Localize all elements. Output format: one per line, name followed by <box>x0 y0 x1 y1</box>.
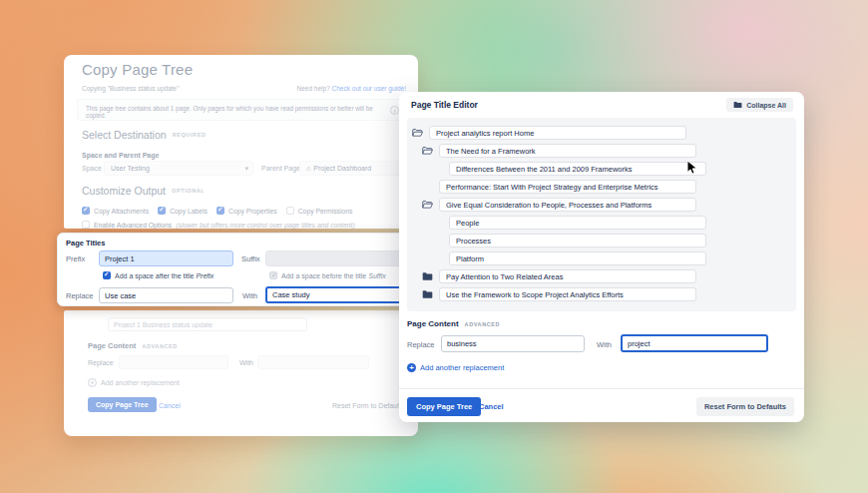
reset-form-button[interactable]: Reset Form to Defaults <box>332 402 404 409</box>
folder-closed-icon[interactable] <box>422 289 433 299</box>
prefix-label: Prefix <box>66 254 85 263</box>
copy-page-tree-dialog-bottom: Page Content ADVANCED Replace With + Add… <box>64 310 418 436</box>
page-title-input[interactable] <box>439 269 696 283</box>
copying-subtitle: Copying "Business status update" <box>82 85 179 92</box>
titles-replace-label: Replace <box>66 291 94 300</box>
required-tag: REQUIRED <box>173 132 207 138</box>
copy-page-tree-button[interactable]: Copy Page Tree <box>88 397 157 412</box>
page-title-input[interactable] <box>429 126 686 140</box>
copy-labels-checkbox[interactable] <box>158 207 166 215</box>
suffix-input[interactable] <box>265 250 411 266</box>
page-titles-panel: Page Titles Prefix Suffix Add a space af… <box>57 233 412 306</box>
parent-page-label: Parent Page <box>261 165 300 172</box>
titles-with-input[interactable] <box>265 286 411 303</box>
copy-attachments-label: Copy Attachments <box>94 208 149 215</box>
enable-advanced-options-checkbox[interactable] <box>82 221 90 229</box>
collapse-all-label: Collapse All <box>746 102 786 109</box>
page-title: Copy Page Tree <box>82 61 193 78</box>
suffix-space-checkbox[interactable] <box>269 271 277 279</box>
space-select-value: User Testing <box>111 165 150 172</box>
title-preview-input[interactable] <box>108 317 307 331</box>
page-title-editor-panel: Page Title Editor Collapse All <box>399 92 804 422</box>
copy-permissions-label: Copy Permissions <box>298 208 353 215</box>
need-help-text: Need help? <box>297 85 330 92</box>
editor-add-replacement-link[interactable]: Add another replacement <box>420 363 504 372</box>
page-title-input[interactable] <box>439 287 696 301</box>
page-title-input[interactable] <box>439 198 696 212</box>
info-icon[interactable]: i <box>390 106 399 115</box>
titles-with-label: With <box>242 291 257 300</box>
page-titles-heading: Page Titles <box>66 239 105 247</box>
editor-with-input[interactable] <box>621 334 768 352</box>
suffix-space-label: Add a space before the title <box>281 272 366 279</box>
space-parent-group-label: Space and Parent Page <box>82 152 159 159</box>
suffix-label: Suffix <box>241 254 260 263</box>
space-select[interactable]: User Testing ▾ <box>104 161 253 176</box>
copy-permissions-checkbox[interactable] <box>286 207 294 215</box>
editor-copy-page-tree-button[interactable]: Copy Page Tree <box>407 397 481 416</box>
tree-row <box>407 142 796 160</box>
editor-with-label: With <box>597 340 612 349</box>
page-title-input[interactable] <box>439 180 696 194</box>
tree-row <box>407 267 796 285</box>
with-label: With <box>239 359 253 366</box>
page-title-input[interactable] <box>449 162 706 176</box>
editor-cancel-button[interactable]: Cancel <box>479 402 504 411</box>
editor-page-content-heading: Page Content <box>407 319 459 328</box>
page-title-input[interactable] <box>449 251 706 265</box>
replace-label: Replace <box>88 359 114 366</box>
content-with-input[interactable] <box>257 355 369 369</box>
editor-replace-input[interactable] <box>441 335 585 352</box>
tree-row <box>407 160 796 178</box>
info-banner: This page tree contains about 1 page. On… <box>77 99 406 121</box>
chevron-down-icon: ▾ <box>244 165 248 172</box>
folder-closed-icon <box>733 101 742 109</box>
copy-page-tree-dialog-top: Copy Page Tree Copying "Business status … <box>64 55 418 229</box>
banner-text: This page tree contains about 1 page. On… <box>86 105 373 119</box>
optional-tag: OPTIONAL <box>172 188 205 194</box>
select-destination-heading: Select Destination <box>82 129 167 141</box>
folder-closed-icon[interactable] <box>422 271 433 281</box>
space-label: Space <box>82 165 102 172</box>
prefix-space-label: Add a space after the title <box>115 272 194 279</box>
user-guide-link[interactable]: Check out our user guide! <box>332 85 406 92</box>
folder-open-icon[interactable] <box>422 200 433 210</box>
advanced-tag: ADVANCED <box>142 343 178 349</box>
folder-open-icon[interactable] <box>412 128 423 138</box>
tree-row <box>407 214 796 232</box>
copy-properties-label: Copy Properties <box>228 208 277 215</box>
prefix-input[interactable] <box>99 250 233 266</box>
page-title-input[interactable] <box>449 216 706 230</box>
folder-open-icon[interactable] <box>422 146 433 156</box>
page-title-input[interactable] <box>449 234 706 247</box>
collapse-all-button[interactable]: Collapse All <box>726 98 793 112</box>
copy-labels-label: Copy Labels <box>170 208 208 215</box>
editor-advanced-tag: ADVANCED <box>465 321 501 327</box>
page-title-tree <box>407 118 796 311</box>
titles-replace-input[interactable] <box>99 287 233 303</box>
plus-icon: + <box>88 378 97 387</box>
plus-icon: + <box>407 363 416 372</box>
page-content-heading: Page Content <box>88 341 136 350</box>
page-title-input[interactable] <box>439 144 696 158</box>
tree-row <box>407 124 796 142</box>
prefix-space-checkbox[interactable] <box>103 271 111 279</box>
copy-properties-checkbox[interactable] <box>217 207 224 215</box>
suffix-space-label-em: Suffix <box>368 272 386 279</box>
marketing-background: Copy Page Tree Copying "Business status … <box>0 0 868 493</box>
copy-attachments-checkbox[interactable] <box>82 207 90 215</box>
enable-advanced-options-label: Enable Advanced Options <box>94 222 172 229</box>
home-icon: ⌂ <box>306 165 310 172</box>
editor-reset-form-button[interactable]: Reset Form to Defaults <box>696 397 794 416</box>
tree-row <box>407 232 796 249</box>
prefix-space-label-em: Prefix <box>196 272 214 279</box>
parent-page-select[interactable]: ⌂ Project Dashboard ▾ <box>299 161 411 176</box>
cancel-button[interactable]: Cancel <box>159 402 181 409</box>
tree-row <box>407 178 796 196</box>
editor-replace-label: Replace <box>407 340 435 349</box>
add-replacement-link[interactable]: Add another replacement <box>101 379 180 386</box>
page-title-editor-heading: Page Title Editor <box>411 100 478 110</box>
tree-row <box>407 196 796 214</box>
tree-row <box>407 285 796 303</box>
content-replace-input[interactable] <box>119 355 228 369</box>
